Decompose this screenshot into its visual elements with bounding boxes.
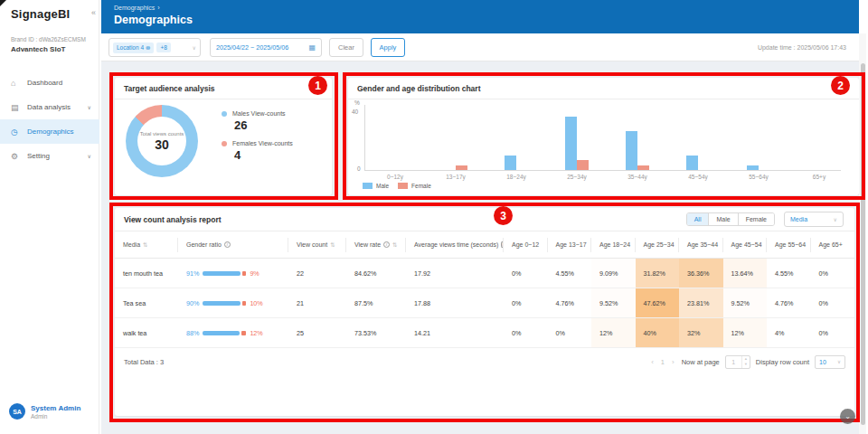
female-ratio-value: 12% [250, 329, 262, 337]
column-header-average-views-time-seconds[interactable]: Average views time (seconds)i⇅ [406, 238, 504, 252]
gender-filter-tabs: AllMaleFemale [686, 212, 775, 226]
page-number[interactable]: 1 [661, 358, 665, 366]
table-footer: Total Data : 3 ‹ 1 › Now at page 1 ▴ ▾ D… [115, 348, 854, 375]
target-audience-panel: Target audience analysis Total views cou… [115, 78, 332, 195]
home-icon: ⌂ [11, 79, 21, 88]
prev-page-button[interactable]: ‹ [649, 358, 656, 366]
column-header-age-35-44: Age 35~44 [679, 238, 723, 252]
donut-legend-label: Females View-counts [232, 140, 293, 146]
cell-view-rate: 84.62% [346, 259, 406, 288]
chart-legend-item: Male [363, 183, 389, 189]
chevron-down-icon: ∨ [88, 104, 91, 110]
category-label: 55~64y [729, 174, 788, 180]
donut-legend-row: Females View-counts [222, 140, 293, 146]
cursor-artifact [0, 0, 6, 6]
sidebar-item-label: Setting [27, 152, 50, 160]
total-data-label: Total Data : 3 [124, 358, 164, 366]
report-header: View count analysis report AllMaleFemale… [115, 208, 854, 231]
male-ratio-segment [203, 301, 240, 306]
page-title: Demographics [114, 14, 193, 26]
bar-chart: % 40 0 MaleFemale 0~12y13~17y18~24y25~34… [348, 99, 859, 195]
chevron-down-icon: ∨ [88, 153, 91, 159]
male-ratio-segment [203, 331, 239, 335]
cell-age: 9.52% [723, 288, 768, 317]
male-bar [505, 156, 516, 170]
sidebar-item-demographics[interactable]: ◷Demographics [0, 119, 99, 144]
donut-center-value: 30 [155, 137, 169, 152]
donut-legend-item: Males View-counts26 [222, 110, 293, 132]
category-label: 13~17y [426, 174, 486, 180]
y-axis-min-tick: 0 [357, 165, 361, 172]
column-header-age-0-12: Age 0~12 [504, 238, 548, 252]
info-icon[interactable]: i [383, 241, 390, 248]
cell-age: 12% [723, 318, 768, 347]
scrollbar-thumb[interactable] [861, 63, 865, 425]
table-row: Tea sea90%10%2187.5%17.880%4.76%9.52%47.… [115, 288, 854, 318]
cell-age: 4.55% [548, 259, 592, 288]
chevron-down-icon: ∨ [837, 359, 841, 364]
clear-button[interactable]: Clear [329, 38, 363, 57]
next-page-button[interactable]: › [670, 358, 676, 366]
cell-age: 0% [504, 318, 548, 347]
table-row: ten mouth tea91%9%2284.62%17.920%4.55%9.… [115, 259, 854, 288]
sidebar-item-data-analysis[interactable]: ▤Data analysis∨ [0, 95, 99, 119]
tab-male[interactable]: Male [708, 213, 737, 225]
sidebar-item-label: Demographics [27, 127, 74, 136]
breadcrumb[interactable]: Demographics› [114, 5, 159, 11]
app-root: SignageBI « Brand ID : dWa26ZsECMSM Adva… [0, 0, 868, 434]
cell-media: walk tea [115, 318, 178, 347]
location-select[interactable]: Location 4⊗ +8 ∨ [108, 38, 201, 57]
sidebar-item-setting[interactable]: ⚙Setting∨ [0, 144, 99, 168]
sidebar-item-label: Dashboard [27, 79, 62, 87]
report-panel: View count analysis report AllMaleFemale… [115, 208, 854, 416]
breadcrumb-separator: › [157, 5, 159, 11]
category-label: 35~44y [608, 174, 667, 180]
row-count-select[interactable]: 10 ∨ [815, 355, 845, 369]
location-tag[interactable]: Location 4⊗ [113, 42, 154, 53]
media-dropdown[interactable]: Media ∨ [784, 212, 844, 227]
more-locations-tag[interactable]: +8 [156, 42, 170, 52]
panel-title: Gender and age distribution chart [348, 78, 859, 99]
step-down-icon[interactable]: ▾ [742, 362, 750, 368]
cell-view-count: 25 [288, 318, 346, 347]
male-bar [565, 117, 577, 170]
date-range-picker[interactable]: 2025/04/22 ~ 2025/05/06 ▦ [210, 38, 322, 57]
y-axis-unit: % [354, 99, 360, 106]
filter-bar: Location 4⊗ +8 ∨ 2025/04/22 ~ 2025/05/06… [101, 33, 859, 61]
page-input[interactable]: 1 ▴ ▾ [725, 355, 750, 369]
user-name: System Admin [31, 404, 80, 412]
breadcrumb-item[interactable]: Demographics [114, 5, 155, 11]
female-bar [637, 165, 649, 170]
tab-female[interactable]: Female [738, 213, 774, 225]
tab-all[interactable]: All [687, 213, 709, 225]
male-bar [747, 165, 759, 170]
tag-close-icon[interactable]: ⊗ [146, 44, 150, 52]
cell-avg-time: 17.92 [406, 259, 504, 288]
column-header-view-count[interactable]: View count⇅ [288, 238, 346, 252]
category-label: 18~24y [486, 174, 546, 180]
male-ratio-value: 91% [186, 269, 199, 278]
female-dot-icon [222, 141, 227, 146]
cell-view-count: 22 [288, 259, 346, 288]
apply-button[interactable]: Apply [371, 38, 405, 57]
female-ratio-segment [241, 331, 247, 335]
column-label: View count [297, 241, 327, 248]
column-header-age-55-64: Age 55~64 [767, 238, 811, 252]
male-legend-swatch-icon [363, 183, 373, 189]
sidebar-item-dashboard[interactable]: ⌂Dashboard [0, 71, 99, 95]
scroll-down-button[interactable]: ⌄ [840, 409, 855, 424]
donut-chart: Total views counts 30 [126, 105, 198, 177]
user-profile[interactable]: SA System Admin Admin [9, 403, 80, 420]
column-header-view-rate[interactable]: View ratei⇅ [346, 238, 406, 252]
column-header-media[interactable]: Media⇅ [115, 238, 178, 252]
cell-age: 0% [504, 259, 548, 288]
cell-gender-ratio: 91%9% [178, 259, 288, 288]
column-label: View rate [354, 241, 381, 248]
cell-age: 4.76% [548, 288, 592, 317]
info-icon[interactable]: i [224, 241, 231, 248]
user-role: Admin [31, 413, 80, 420]
column-header-gender-ratio: Gender ratioi [178, 238, 288, 252]
distribution-panel: Gender and age distribution chart % 40 0… [348, 78, 859, 195]
cell-view-rate: 87.5% [346, 288, 406, 317]
sidebar-collapse-button[interactable]: « [91, 8, 96, 17]
